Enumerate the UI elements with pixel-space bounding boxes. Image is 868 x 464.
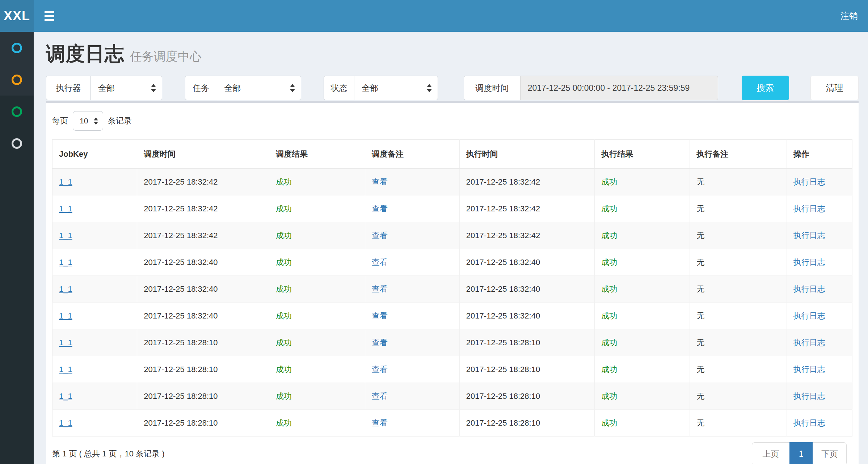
exec-log-link[interactable]: 执行日志 — [793, 231, 825, 240]
handle-msg: 无 — [696, 311, 704, 320]
sidebar-item-job-log[interactable] — [0, 96, 34, 127]
job-filter-select[interactable]: 全部 — [217, 76, 301, 100]
select-spinner-icon — [427, 84, 432, 92]
trigger-msg-link[interactable]: 查看 — [372, 311, 388, 320]
trigger-msg-link[interactable]: 查看 — [372, 338, 388, 347]
jobkey-link[interactable]: 1_1 — [59, 258, 72, 267]
exec-log-link[interactable]: 执行日志 — [793, 177, 825, 186]
trigger-result: 成功 — [276, 231, 292, 240]
jobkey-link[interactable]: 1_1 — [59, 177, 72, 186]
sidebar-menu — [0, 32, 34, 464]
trigger-msg-link[interactable]: 查看 — [372, 177, 388, 186]
handle-msg: 无 — [696, 231, 704, 240]
exec-log-link[interactable]: 执行日志 — [793, 284, 825, 294]
sidebar-item-job-manage[interactable] — [0, 64, 34, 96]
page-header: 调度日志 任务调度中心 — [46, 43, 859, 65]
executor-filter-select[interactable]: 全部 — [90, 76, 162, 100]
page-size-value: 10 — [80, 117, 88, 125]
job-filter-value: 全部 — [224, 83, 241, 94]
exec-log-link[interactable]: 执行日志 — [793, 365, 825, 374]
trigger-time: 2017-12-25 18:32:42 — [144, 231, 218, 240]
trigger-result: 成功 — [276, 177, 292, 186]
log-table-body: 1_12017-12-25 18:32:42成功查看2017-12-25 18:… — [52, 169, 852, 436]
table-row: 1_12017-12-25 18:32:42成功查看2017-12-25 18:… — [52, 169, 852, 195]
jobkey-link[interactable]: 1_1 — [59, 392, 72, 401]
top-navbar: XXL 注销 — [0, 0, 868, 32]
sidebar-toggle-button[interactable] — [34, 0, 65, 32]
executor-filter-label: 执行器 — [46, 76, 90, 100]
handle-msg: 无 — [696, 177, 704, 186]
content-area: 调度日志 任务调度中心 执行器 全部 任务 全部 状态 全部 — [34, 32, 868, 464]
search-button[interactable]: 搜索 — [742, 76, 789, 100]
handle-result: 成功 — [601, 311, 617, 320]
trigger-time-range-input[interactable]: 2017-12-25 00:00:00 - 2017-12-25 23:59:5… — [520, 76, 718, 100]
clear-button[interactable]: 清理 — [810, 76, 859, 100]
exec-log-link[interactable]: 执行日志 — [793, 204, 825, 213]
jobkey-link[interactable]: 1_1 — [59, 418, 72, 427]
select-spinner-icon — [290, 84, 295, 92]
trigger-msg-link[interactable]: 查看 — [372, 365, 388, 374]
table-footer: 第 1 页 ( 总共 1 页，10 条记录 ) 上页 1 下页 — [52, 442, 852, 464]
table-row: 1_12017-12-25 18:32:42成功查看2017-12-25 18:… — [52, 195, 852, 222]
handle-msg: 无 — [696, 418, 704, 427]
trigger-result: 成功 — [276, 204, 292, 213]
trigger-result: 成功 — [276, 392, 292, 401]
jobkey-link[interactable]: 1_1 — [59, 284, 72, 294]
jobkey-link[interactable]: 1_1 — [59, 365, 72, 374]
handle-time: 2017-12-25 18:32:40 — [466, 284, 540, 294]
table-row: 1_12017-12-25 18:28:10成功查看2017-12-25 18:… — [52, 356, 852, 383]
exec-log-link[interactable]: 执行日志 — [793, 338, 825, 347]
handle-time: 2017-12-25 18:28:10 — [466, 418, 540, 427]
trigger-msg-link[interactable]: 查看 — [372, 204, 388, 213]
navbar-spacer — [65, 0, 830, 32]
trigger-msg-link[interactable]: 查看 — [372, 392, 388, 401]
table-row: 1_12017-12-25 18:28:10成功查看2017-12-25 18:… — [52, 329, 852, 356]
handle-time: 2017-12-25 18:32:42 — [466, 177, 540, 186]
sidebar-item-dashboard[interactable] — [0, 32, 34, 64]
jobkey-link[interactable]: 1_1 — [59, 311, 72, 320]
trigger-result: 成功 — [276, 311, 292, 320]
trigger-msg-link[interactable]: 查看 — [372, 418, 388, 427]
trigger-time: 2017-12-25 18:28:10 — [144, 418, 218, 427]
handle-msg: 无 — [696, 284, 704, 294]
logout-link[interactable]: 注销 — [830, 0, 868, 32]
column-header: 执行备注 — [690, 140, 787, 169]
trigger-msg-link[interactable]: 查看 — [372, 258, 388, 267]
pagination: 上页 1 下页 — [752, 442, 847, 464]
page-size-prefix: 每页 — [52, 115, 68, 126]
handle-time: 2017-12-25 18:32:42 — [466, 231, 540, 240]
page-size-select[interactable]: 10 — [73, 111, 103, 131]
app-logo: XXL — [0, 0, 34, 32]
trigger-result: 成功 — [276, 418, 292, 427]
jobkey-link[interactable]: 1_1 — [59, 338, 72, 347]
handle-result: 成功 — [601, 177, 617, 186]
sidebar-item-executor-manage[interactable] — [0, 127, 34, 159]
circle-outline-icon — [12, 106, 22, 117]
exec-log-link[interactable]: 执行日志 — [793, 258, 825, 267]
job-log-table: JobKey调度时间调度结果调度备注执行时间执行结果执行备注操作 1_12017… — [52, 139, 852, 436]
exec-log-link[interactable]: 执行日志 — [793, 392, 825, 401]
trigger-msg-link[interactable]: 查看 — [372, 284, 388, 294]
column-header: 执行结果 — [595, 140, 690, 169]
jobkey-link[interactable]: 1_1 — [59, 204, 72, 213]
exec-log-link[interactable]: 执行日志 — [793, 418, 825, 427]
executor-filter-value: 全部 — [98, 83, 115, 94]
prev-page-button[interactable]: 上页 — [752, 442, 790, 464]
table-row: 1_12017-12-25 18:32:40成功查看2017-12-25 18:… — [52, 303, 852, 329]
column-header: 操作 — [787, 140, 852, 169]
column-header: 调度结果 — [269, 140, 365, 169]
next-page-button[interactable]: 下页 — [813, 442, 847, 464]
page-size-row: 每页 10 条记录 — [52, 111, 852, 131]
status-filter-select[interactable]: 全部 — [354, 76, 438, 100]
trigger-time-filter-label: 调度时间 — [464, 76, 520, 100]
exec-log-link[interactable]: 执行日志 — [793, 311, 825, 320]
table-row: 1_12017-12-25 18:32:40成功查看2017-12-25 18:… — [52, 249, 852, 276]
trigger-msg-link[interactable]: 查看 — [372, 231, 388, 240]
status-filter-label: 状态 — [324, 76, 354, 100]
jobkey-link[interactable]: 1_1 — [59, 231, 72, 240]
trigger-result: 成功 — [276, 258, 292, 267]
handle-result: 成功 — [601, 204, 617, 213]
column-header: 调度备注 — [365, 140, 460, 169]
current-page-button[interactable]: 1 — [789, 442, 813, 464]
handle-msg: 无 — [696, 204, 704, 213]
